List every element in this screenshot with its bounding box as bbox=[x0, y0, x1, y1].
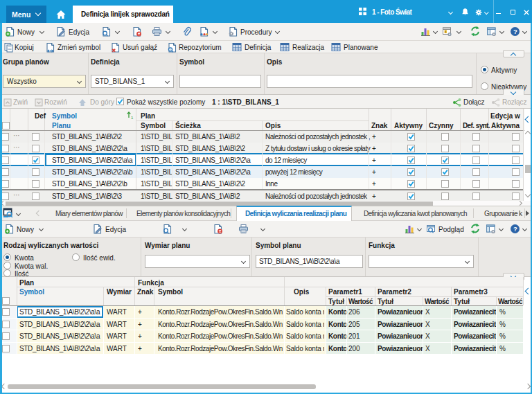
svg-text:?: ? bbox=[513, 225, 517, 233]
svg-text:1: 1 bbox=[131, 116, 134, 120]
svg-text:?: ? bbox=[513, 28, 517, 35]
